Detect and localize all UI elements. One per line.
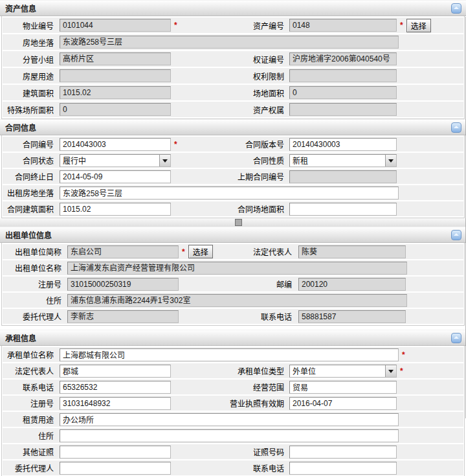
required-asterisk: * xyxy=(400,367,403,376)
input-chengzu-lianxi-dianhua[interactable] xyxy=(60,381,171,394)
field-zhusuo: 浦东信息浦东南路2244弄1号302室 xyxy=(67,294,407,307)
collapse-icon[interactable] xyxy=(451,230,461,240)
label-changdi-mianji: 场地面积 xyxy=(230,85,287,100)
input-chengzu-lianxi-dianhua-2[interactable] xyxy=(289,462,397,475)
section-contract: 合同信息 合同编号 * 合同版本号 合同状态 履行中 合同性质 新 xyxy=(0,119,466,218)
form-row: 建筑面积 1015.02 场地面积 0 xyxy=(3,85,463,100)
label-chengzu-danwei-leixing: 承租单位类型 xyxy=(230,363,287,378)
label-zhusuo: 住所 xyxy=(3,293,65,308)
dropdown-arrow-icon xyxy=(385,365,396,377)
field-chuzu-danwei-mingcheng: 上海浦发东启资产经营管理有限公司 xyxy=(67,262,407,275)
collapse-icon[interactable] xyxy=(451,122,461,133)
input-zhengzhao-haoma[interactable] xyxy=(289,446,397,459)
input-qita-zhengzhao[interactable] xyxy=(60,446,171,459)
section-body-contract: 合同编号 * 合同版本号 合同状态 履行中 合同性质 新租 xyxy=(1,135,465,218)
input-hetong-jianzhu-mianji[interactable] xyxy=(60,203,171,216)
input-chengzu-fading-daibiaoren[interactable] xyxy=(60,365,171,378)
section-lessee: 承租信息 承租单位名称 * 法定代表人 承租单位类型 外单位 * 联系电话 xyxy=(0,330,466,476)
label-qita-zhengzhao: 其他证照 xyxy=(3,444,57,459)
form-row: 注册号 营业执照有效期 xyxy=(3,396,463,411)
form-row: 合同状态 履行中 合同性质 新租 xyxy=(3,153,463,168)
required-asterisk: * xyxy=(402,350,405,359)
label-chuzu-danwei-jiancheng: 出租单位简称 xyxy=(3,244,65,259)
form-row: 分管小组 高桥片区 权证编号 沪房地浦字2006第040540号 xyxy=(3,51,463,67)
field-fenguan-xiaozu: 高桥片区 xyxy=(60,52,171,65)
splitter-handle[interactable] xyxy=(235,219,242,226)
label-chengzu-danwei-mingcheng: 承租单位名称 xyxy=(3,347,57,362)
form-row: 特殊场所面积 0 资产权属 xyxy=(3,102,463,117)
section-header-assets: 资产信息 xyxy=(0,0,466,16)
input-yingye-zhizhao-youxiaoqi[interactable] xyxy=(289,397,397,410)
form-row: 承租单位名称 * xyxy=(3,347,463,362)
field-quanzheng-bianhao: 沪房地浦字2006第040540号 xyxy=(289,52,397,65)
label-teshu-changsuo-mianji: 特殊场所面积 xyxy=(3,102,57,117)
form-row: 出租单位简称 东启公司 * 选择 法定代表人 陈葵 xyxy=(3,244,463,259)
input-chengzu-weituo-dailiren[interactable] xyxy=(60,462,171,475)
section-header-lessor: 出租单位信息 xyxy=(0,227,466,243)
section-title-assets: 资产信息 xyxy=(5,3,36,14)
dropdown-arrow-icon xyxy=(159,155,170,166)
form-row: 合同终止日 上期合同编号 xyxy=(3,169,463,184)
input-chengzu-danwei-mingcheng[interactable] xyxy=(60,348,399,361)
field-changdi-mianji: 0 xyxy=(289,86,397,99)
field-fading-daibiaoren: 陈葵 xyxy=(298,245,406,258)
label-chengzu-lianxi-dianhua-2: 联系电话 xyxy=(230,460,287,475)
section-title-lessee: 承租信息 xyxy=(5,332,36,343)
required-asterisk: * xyxy=(174,140,177,149)
input-hetong-zhongzhiri[interactable] xyxy=(60,170,171,183)
collapse-icon[interactable] xyxy=(451,333,461,343)
label-zichan-quanshu: 资产权属 xyxy=(230,102,287,117)
label-fading-daibiaoren: 法定代表人 xyxy=(239,244,295,259)
label-yingye-zhizhao-youxiaoqi: 营业执照有效期 xyxy=(230,396,287,411)
section-title-lessor: 出租单位信息 xyxy=(5,229,52,240)
input-hetong-bianhao[interactable] xyxy=(60,138,171,151)
label-chengzu-zhuceh: 注册号 xyxy=(3,396,57,411)
selected-option: 履行中 xyxy=(60,155,159,166)
select-asset-button[interactable]: 选择 xyxy=(406,19,431,32)
label-fenguan-xiaozu: 分管小组 xyxy=(3,51,57,67)
input-zulin-yongtu[interactable] xyxy=(60,413,399,426)
form-row: 出租房地坐落 xyxy=(3,185,463,200)
collapse-icon[interactable] xyxy=(451,3,461,14)
input-jingying-fanwei[interactable] xyxy=(289,381,397,394)
form-row: 委托代理人 李新志 联系电话 58881587 xyxy=(3,309,463,324)
arrow-up-icon xyxy=(454,6,459,9)
field-fangdi-zuoluo: 东波路258号三层 xyxy=(60,36,399,49)
label-quanzheng-bianhao: 权证编号 xyxy=(230,51,287,67)
label-hetong-banbenhao: 合同版本号 xyxy=(230,137,287,152)
label-zhuceh: 注册号 xyxy=(3,277,65,291)
label-chengzu-zhusuo: 住所 xyxy=(3,428,57,443)
field-jianzhu-mianji: 1015.02 xyxy=(60,86,171,99)
label-weituo-dailiren: 委托代理人 xyxy=(3,309,65,324)
label-hetong-zhuangtai: 合同状态 xyxy=(3,153,57,168)
label-hetong-bianhao: 合同编号 xyxy=(3,137,57,152)
form-row: 房地坐落 东波路258号三层 xyxy=(3,34,463,50)
input-chengzu-zhuceh[interactable] xyxy=(60,397,171,410)
select-lessor-button[interactable]: 选择 xyxy=(188,245,213,258)
form-row: 住所 xyxy=(3,428,463,443)
form-row: 合同建筑面积 合同场地面积 xyxy=(3,201,463,216)
section-body-lessor: 出租单位简称 东启公司 * 选择 法定代表人 陈葵 出租单位名称 上海浦发东启资… xyxy=(1,243,465,326)
select-chengzu-danwei-leixing[interactable]: 外单位 xyxy=(289,365,397,378)
label-shangqi-hetong-bianhao: 上期合同编号 xyxy=(230,169,287,184)
label-fangdi-zuoluo: 房地坐落 xyxy=(3,34,57,50)
input-chengzu-zhusuo[interactable] xyxy=(60,429,399,442)
input-hetong-changdi-mianji[interactable] xyxy=(289,203,397,216)
field-zichan-quanshu xyxy=(289,103,397,116)
input-hetong-banbenhao[interactable] xyxy=(289,138,397,151)
selected-option: 新租 xyxy=(290,155,385,166)
select-hetong-xingzhi[interactable]: 新租 xyxy=(289,154,397,167)
form-row: 其他证照 证照号码 xyxy=(3,444,463,459)
label-hetong-xingzhi: 合同性质 xyxy=(230,153,287,168)
form-row: 委托代理人 联系电话 xyxy=(3,460,463,475)
input-chuzu-fangdi-zuoluo[interactable] xyxy=(60,187,399,199)
field-teshu-changsuo-mianji: 0 xyxy=(60,103,171,116)
select-hetong-zhuangtai[interactable]: 履行中 xyxy=(60,154,171,167)
field-weituo-dailiren: 李新志 xyxy=(67,310,179,323)
arrow-up-icon xyxy=(454,233,459,236)
section-splitter xyxy=(0,218,466,227)
section-body-assets: 物业编号 0101044 * 资产编号 0148 * 选择 房地坐落 东波路25… xyxy=(1,16,465,119)
label-chengzu-weituo-dailiren: 委托代理人 xyxy=(3,460,57,475)
label-quanli-xianzhi: 权利限制 xyxy=(230,68,287,84)
label-jingying-fanwei: 经营范围 xyxy=(230,380,287,394)
